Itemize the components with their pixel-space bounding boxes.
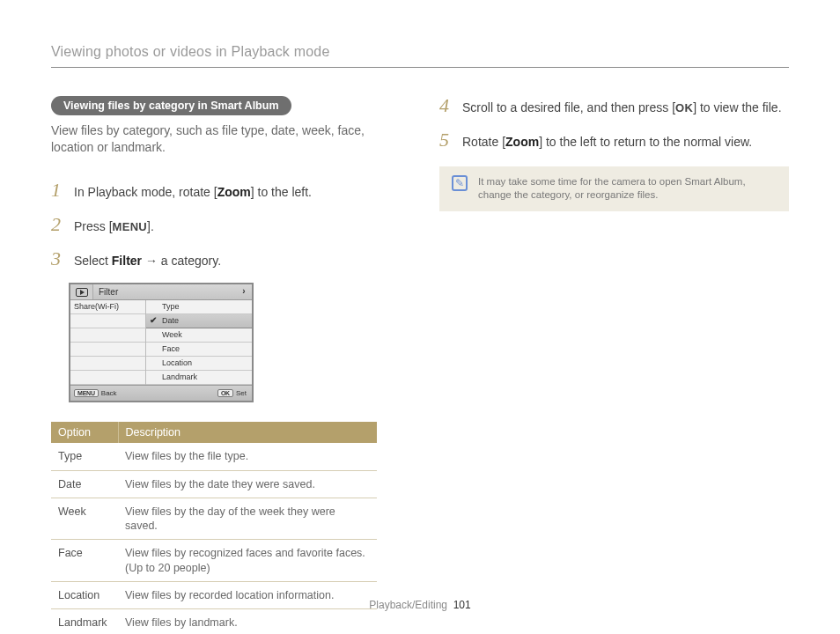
arrow: → <box>142 254 161 268</box>
lcd-foot: MENU Back OK Set <box>70 385 252 401</box>
ok-button-icon: OK <box>217 389 233 397</box>
desc-cell: View files by landmark. <box>118 609 377 634</box>
page-footer: Playback/Editing 101 <box>0 599 840 611</box>
lcd-left-item <box>70 357 145 371</box>
step-2: 2 Press [MENU]. <box>51 215 401 235</box>
lcd-option-type: Type <box>146 300 252 314</box>
step-4: 4 Scroll to a desired file, and then pre… <box>439 96 789 116</box>
step-text: Press [MENU]. <box>74 218 154 235</box>
zoom-label: Zoom <box>505 135 539 149</box>
table-row: WeekView files by the day of the week th… <box>51 498 377 540</box>
text: ]. <box>147 219 154 233</box>
text: ] to view the file. <box>693 100 781 114</box>
note-icon: ✎ <box>452 175 468 191</box>
step-number: 3 <box>51 249 65 269</box>
menu-button-icon: MENU <box>74 389 99 397</box>
ok-label: OK <box>675 101 693 114</box>
table-row: LandmarkView files by landmark. <box>51 609 377 634</box>
lcd-left-item <box>70 371 145 385</box>
note-text: It may take some time for the camera to … <box>478 175 777 203</box>
lcd-option-face: Face <box>146 343 252 357</box>
table-row: FaceView files by recognized faces and f… <box>51 540 377 582</box>
text: Scroll to a desired file, and then press… <box>462 100 675 114</box>
table-header-option: Option <box>51 422 118 443</box>
option-cell: Landmark <box>51 609 118 634</box>
desc-cell: View files by recognized faces and favor… <box>118 540 377 582</box>
text: Rotate [ <box>462 135 505 149</box>
chevron-right-icon: › <box>236 284 252 299</box>
step-text: Select Filter → a category. <box>74 253 221 269</box>
lcd-body: Share(Wi-Fi) Type ✔Date Week Face Locati… <box>70 300 252 385</box>
step-number: 1 <box>51 181 65 200</box>
intro-text: View files by category, such as file typ… <box>51 122 401 156</box>
option-cell: Type <box>51 443 118 470</box>
lcd-left-item <box>70 343 145 357</box>
note-box: ✎ It may take some time for the camera t… <box>439 166 789 211</box>
step-number: 4 <box>439 96 453 115</box>
step-text: Rotate [Zoom] to the left to return to t… <box>462 134 752 151</box>
text: ] to the left to return to the normal vi… <box>539 135 752 149</box>
option-cell: Date <box>51 470 118 498</box>
zoom-label: Zoom <box>217 185 251 199</box>
table-row: TypeView files by the file type. <box>51 443 377 470</box>
desc-cell: View files by the day of the week they w… <box>118 498 377 540</box>
lcd-title-bar: Filter › <box>70 284 252 300</box>
text: ] to the left. <box>251 185 312 199</box>
lcd-left-item: Share(Wi-Fi) <box>70 300 145 314</box>
content-columns: Viewing files by category in Smart Album… <box>51 96 789 634</box>
left-column: Viewing files by category in Smart Album… <box>51 96 401 634</box>
lcd-option-date: ✔Date <box>146 314 252 328</box>
check-icon: ✔ <box>150 315 157 325</box>
desc-cell: View files by the date they were saved. <box>118 470 377 498</box>
page-header: Viewing photos or videos in Playback mod… <box>51 44 789 68</box>
right-column: 4 Scroll to a desired file, and then pre… <box>439 96 789 634</box>
lcd-left-item <box>70 328 145 343</box>
lcd-option-landmark: Landmark <box>146 371 252 385</box>
lcd-right-pane: Type ✔Date Week Face Location Landmark <box>146 300 252 385</box>
lcd-filter-label: Filter <box>93 284 236 299</box>
step-1: 1 In Playback mode, rotate [Zoom] to the… <box>51 181 401 201</box>
camera-lcd: Filter › Share(Wi-Fi) Type ✔Date Week Fa… <box>69 283 254 402</box>
option-cell: Week <box>51 498 118 540</box>
filter-label: Filter <box>112 254 142 268</box>
play-icon <box>70 284 93 299</box>
text: In Playback mode, rotate [ <box>74 185 217 199</box>
text: a category. <box>161 254 221 268</box>
step-text: Scroll to a desired file, and then press… <box>462 100 782 116</box>
text: Date <box>162 316 179 325</box>
footer-page-number: 101 <box>453 599 471 611</box>
step-5: 5 Rotate [Zoom] to the left to return to… <box>439 130 789 151</box>
lcd-option-location: Location <box>146 357 252 371</box>
lcd-option-week: Week <box>146 328 252 343</box>
lcd-left-item <box>70 314 145 328</box>
step-3: 3 Select Filter → a category. <box>51 249 401 269</box>
section-pill: Viewing files by category in Smart Album <box>51 96 291 115</box>
step-text: In Playback mode, rotate [Zoom] to the l… <box>74 184 312 201</box>
set-label: Set <box>236 389 247 397</box>
option-cell: Face <box>51 540 118 582</box>
table-row: DateView files by the date they were sav… <box>51 470 377 498</box>
lcd-left-pane: Share(Wi-Fi) <box>70 300 146 385</box>
text: Press [ <box>74 219 113 233</box>
footer-section: Playback/Editing <box>369 599 447 611</box>
desc-cell: View files by the file type. <box>118 443 377 470</box>
step-number: 5 <box>439 130 453 150</box>
menu-label: MENU <box>113 220 147 233</box>
table-header-description: Description <box>118 422 377 443</box>
text: Select <box>74 254 112 268</box>
back-label: Back <box>101 389 117 397</box>
step-number: 2 <box>51 215 65 234</box>
